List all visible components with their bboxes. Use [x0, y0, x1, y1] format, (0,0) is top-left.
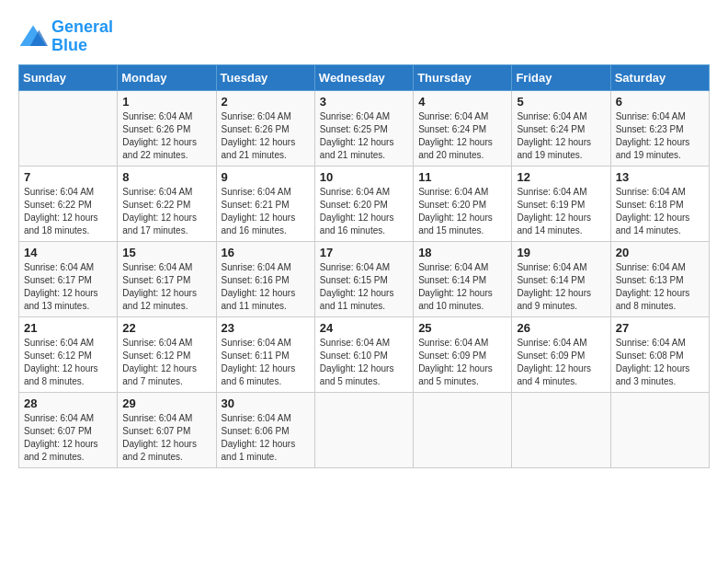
calendar-day-cell: 15Sunrise: 6:04 AM Sunset: 6:17 PM Dayli…: [118, 241, 216, 316]
calendar-day-cell: 5Sunrise: 6:04 AM Sunset: 6:24 PM Daylig…: [512, 90, 610, 166]
day-number: 27: [616, 321, 704, 335]
calendar-day-cell: 8Sunrise: 6:04 AM Sunset: 6:22 PM Daylig…: [118, 166, 216, 241]
day-info: Sunrise: 6:04 AM Sunset: 6:22 PM Dayligh…: [24, 186, 112, 237]
calendar-day-cell: [314, 392, 413, 467]
day-number: 12: [517, 170, 605, 184]
calendar-day-cell: 27Sunrise: 6:04 AM Sunset: 6:08 PM Dayli…: [610, 316, 709, 392]
day-info: Sunrise: 6:04 AM Sunset: 6:16 PM Dayligh…: [222, 261, 310, 313]
day-info: Sunrise: 6:04 AM Sunset: 6:25 PM Dayligh…: [320, 110, 408, 162]
day-info: Sunrise: 6:04 AM Sunset: 6:07 PM Dayligh…: [122, 412, 210, 464]
day-number: 16: [222, 246, 310, 259]
calendar-day-cell: 2Sunrise: 6:04 AM Sunset: 6:26 PM Daylig…: [216, 90, 314, 166]
day-info: Sunrise: 6:04 AM Sunset: 6:08 PM Dayligh…: [616, 337, 704, 388]
calendar-day-cell: 22Sunrise: 6:04 AM Sunset: 6:12 PM Dayli…: [118, 316, 216, 392]
day-number: 30: [222, 396, 310, 410]
day-number: 24: [320, 321, 408, 335]
day-number: 23: [222, 321, 310, 335]
calendar-day-cell: [512, 392, 610, 467]
day-info: Sunrise: 6:04 AM Sunset: 6:12 PM Dayligh…: [24, 337, 112, 388]
day-info: Sunrise: 6:04 AM Sunset: 6:14 PM Dayligh…: [418, 261, 506, 313]
calendar-day-cell: 25Sunrise: 6:04 AM Sunset: 6:09 PM Dayli…: [414, 316, 512, 392]
day-info: Sunrise: 6:04 AM Sunset: 6:23 PM Dayligh…: [616, 110, 704, 162]
calendar-day-cell: 7Sunrise: 6:04 AM Sunset: 6:22 PM Daylig…: [19, 166, 118, 241]
day-info: Sunrise: 6:04 AM Sunset: 6:13 PM Dayligh…: [616, 261, 704, 313]
day-number: 11: [418, 170, 506, 184]
day-number: 10: [320, 170, 408, 184]
day-info: Sunrise: 6:04 AM Sunset: 6:18 PM Dayligh…: [616, 186, 704, 237]
day-number: 9: [222, 170, 310, 184]
day-info: Sunrise: 6:04 AM Sunset: 6:24 PM Dayligh…: [418, 110, 506, 162]
calendar-day-cell: 6Sunrise: 6:04 AM Sunset: 6:23 PM Daylig…: [610, 90, 709, 166]
calendar-body: 1Sunrise: 6:04 AM Sunset: 6:26 PM Daylig…: [19, 90, 710, 467]
calendar-day-cell: 30Sunrise: 6:04 AM Sunset: 6:06 PM Dayli…: [216, 392, 314, 467]
day-info: Sunrise: 6:04 AM Sunset: 6:26 PM Dayligh…: [222, 110, 310, 162]
day-number: 25: [418, 321, 506, 335]
calendar-day-cell: 18Sunrise: 6:04 AM Sunset: 6:14 PM Dayli…: [414, 241, 512, 316]
calendar-day-cell: 26Sunrise: 6:04 AM Sunset: 6:09 PM Dayli…: [512, 316, 610, 392]
calendar-day-cell: 9Sunrise: 6:04 AM Sunset: 6:21 PM Daylig…: [216, 166, 314, 241]
calendar-day-cell: 16Sunrise: 6:04 AM Sunset: 6:16 PM Dayli…: [216, 241, 314, 316]
day-number: 15: [122, 246, 210, 259]
calendar-day-cell: 20Sunrise: 6:04 AM Sunset: 6:13 PM Dayli…: [610, 241, 709, 316]
day-info: Sunrise: 6:04 AM Sunset: 6:11 PM Dayligh…: [222, 337, 310, 388]
calendar-day-cell: 21Sunrise: 6:04 AM Sunset: 6:12 PM Dayli…: [19, 316, 118, 392]
day-info: Sunrise: 6:04 AM Sunset: 6:12 PM Dayligh…: [122, 337, 210, 388]
day-number: 5: [517, 95, 605, 109]
calendar-day-cell: [414, 392, 512, 467]
day-info: Sunrise: 6:04 AM Sunset: 6:09 PM Dayligh…: [418, 337, 506, 388]
calendar-day-header: Sunday: [19, 64, 118, 90]
calendar-day-header: Tuesday: [216, 64, 314, 90]
day-info: Sunrise: 6:04 AM Sunset: 6:06 PM Dayligh…: [222, 412, 310, 464]
day-info: Sunrise: 6:04 AM Sunset: 6:22 PM Dayligh…: [122, 186, 210, 237]
calendar-day-cell: 13Sunrise: 6:04 AM Sunset: 6:18 PM Dayli…: [610, 166, 709, 241]
calendar-day-cell: 23Sunrise: 6:04 AM Sunset: 6:11 PM Dayli…: [216, 316, 314, 392]
day-number: 2: [222, 95, 310, 109]
day-number: 4: [418, 95, 506, 109]
day-info: Sunrise: 6:04 AM Sunset: 6:21 PM Dayligh…: [222, 186, 310, 237]
day-info: Sunrise: 6:04 AM Sunset: 6:26 PM Dayligh…: [122, 110, 210, 162]
calendar-day-cell: [610, 392, 709, 467]
logo-icon: [18, 24, 48, 50]
calendar-day-cell: 11Sunrise: 6:04 AM Sunset: 6:20 PM Dayli…: [414, 166, 512, 241]
calendar-day-cell: 12Sunrise: 6:04 AM Sunset: 6:19 PM Dayli…: [512, 166, 610, 241]
calendar-day-cell: 10Sunrise: 6:04 AM Sunset: 6:20 PM Dayli…: [314, 166, 413, 241]
day-info: Sunrise: 6:04 AM Sunset: 6:24 PM Dayligh…: [517, 110, 605, 162]
calendar-day-cell: 4Sunrise: 6:04 AM Sunset: 6:24 PM Daylig…: [414, 90, 512, 166]
day-info: Sunrise: 6:04 AM Sunset: 6:07 PM Dayligh…: [24, 412, 112, 464]
logo: General Blue: [18, 18, 113, 55]
day-number: 22: [122, 321, 210, 335]
calendar-day-cell: 29Sunrise: 6:04 AM Sunset: 6:07 PM Dayli…: [118, 392, 216, 467]
calendar-header-row: SundayMondayTuesdayWednesdayThursdayFrid…: [19, 64, 710, 90]
day-info: Sunrise: 6:04 AM Sunset: 6:10 PM Dayligh…: [320, 337, 408, 388]
calendar-day-header: Thursday: [414, 64, 512, 90]
day-number: 18: [418, 246, 506, 259]
day-number: 29: [122, 396, 210, 410]
day-number: 19: [517, 246, 605, 259]
calendar-day-header: Wednesday: [314, 64, 413, 90]
calendar-day-cell: [19, 90, 118, 166]
day-info: Sunrise: 6:04 AM Sunset: 6:19 PM Dayligh…: [517, 186, 605, 237]
day-number: 26: [517, 321, 605, 335]
day-info: Sunrise: 6:04 AM Sunset: 6:15 PM Dayligh…: [320, 261, 408, 313]
calendar-week-row: 28Sunrise: 6:04 AM Sunset: 6:07 PM Dayli…: [19, 392, 710, 467]
day-info: Sunrise: 6:04 AM Sunset: 6:09 PM Dayligh…: [517, 337, 605, 388]
calendar-week-row: 7Sunrise: 6:04 AM Sunset: 6:22 PM Daylig…: [19, 166, 710, 241]
calendar-day-cell: 17Sunrise: 6:04 AM Sunset: 6:15 PM Dayli…: [314, 241, 413, 316]
day-number: 8: [122, 170, 210, 184]
calendar-week-row: 1Sunrise: 6:04 AM Sunset: 6:26 PM Daylig…: [19, 90, 710, 166]
day-number: 1: [122, 95, 210, 109]
day-number: 28: [24, 396, 112, 410]
day-info: Sunrise: 6:04 AM Sunset: 6:14 PM Dayligh…: [517, 261, 605, 313]
calendar-day-cell: 3Sunrise: 6:04 AM Sunset: 6:25 PM Daylig…: [314, 90, 413, 166]
calendar-day-cell: 24Sunrise: 6:04 AM Sunset: 6:10 PM Dayli…: [314, 316, 413, 392]
day-info: Sunrise: 6:04 AM Sunset: 6:17 PM Dayligh…: [122, 261, 210, 313]
day-number: 17: [320, 246, 408, 259]
day-number: 13: [616, 170, 704, 184]
day-info: Sunrise: 6:04 AM Sunset: 6:20 PM Dayligh…: [418, 186, 506, 237]
page-header: General Blue: [18, 18, 710, 55]
calendar-day-header: Friday: [512, 64, 610, 90]
calendar-day-cell: 19Sunrise: 6:04 AM Sunset: 6:14 PM Dayli…: [512, 241, 610, 316]
calendar-day-cell: 1Sunrise: 6:04 AM Sunset: 6:26 PM Daylig…: [118, 90, 216, 166]
calendar-day-cell: 28Sunrise: 6:04 AM Sunset: 6:07 PM Dayli…: [19, 392, 118, 467]
calendar-day-cell: 14Sunrise: 6:04 AM Sunset: 6:17 PM Dayli…: [19, 241, 118, 316]
